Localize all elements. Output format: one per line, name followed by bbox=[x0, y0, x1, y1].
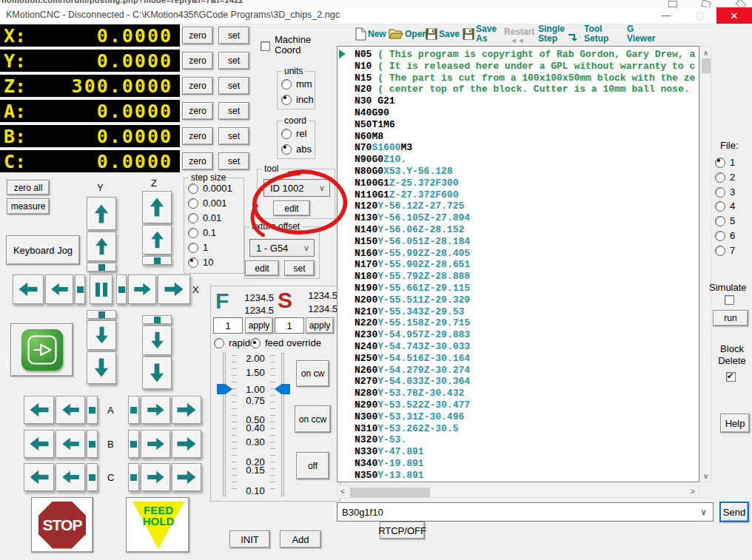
jog-z-plus-button[interactable] bbox=[142, 225, 172, 254]
jog-a-plus-fast-button[interactable] bbox=[172, 396, 201, 424]
step-size-radio-1[interactable]: 1 bbox=[188, 242, 208, 253]
help-button[interactable]: Help bbox=[720, 414, 750, 433]
toolbar-single-step-button[interactable]: Single Step bbox=[538, 24, 565, 44]
units-radio-mm-circle[interactable] bbox=[281, 79, 292, 90]
jog-b-minus-button[interactable] bbox=[56, 430, 85, 458]
jog-x-minus-fast-button[interactable] bbox=[13, 274, 44, 304]
toolbar-new-button[interactable]: New bbox=[368, 30, 386, 39]
set-b-button[interactable]: set bbox=[218, 127, 249, 145]
gcode-vscrollbar-thumb[interactable] bbox=[702, 58, 711, 73]
file-radio-5[interactable]: 5 bbox=[715, 215, 735, 226]
spindle-off-button[interactable]: off bbox=[296, 452, 329, 479]
step-size-radio-0.1-circle[interactable] bbox=[188, 228, 198, 238]
zero-a-button[interactable]: zero bbox=[182, 102, 213, 120]
jog-a-plus-button[interactable] bbox=[141, 396, 170, 424]
file-radio-7-circle[interactable] bbox=[715, 246, 725, 256]
step-size-radio-0.0001[interactable]: 0.0001 bbox=[188, 183, 232, 194]
spindle-input[interactable]: 1 bbox=[275, 317, 304, 334]
step-size-radio-0.001-circle[interactable] bbox=[188, 198, 198, 209]
jog-y-plus-fast-button[interactable] bbox=[87, 197, 116, 230]
jog-c-minus-button[interactable] bbox=[56, 463, 85, 491]
toolbar-g-viewer-button[interactable]: G Viewer bbox=[627, 24, 655, 44]
units-radio-inch-circle[interactable] bbox=[281, 95, 292, 105]
cycle-start-button[interactable] bbox=[10, 323, 73, 377]
zero-z-button[interactable]: zero bbox=[182, 77, 213, 95]
jog-x-minus-button[interactable] bbox=[45, 274, 73, 304]
units-radio-mm[interactable]: mm bbox=[281, 78, 312, 90]
zero-y-button[interactable]: zero bbox=[182, 52, 213, 70]
jog-x-plus-step-button[interactable] bbox=[116, 274, 127, 304]
file-radio-4[interactable]: 4 bbox=[715, 200, 735, 212]
step-size-radio-0.1[interactable]: 0.1 bbox=[188, 227, 216, 238]
machine-coord-checkbox[interactable] bbox=[261, 41, 270, 51]
gcode-editor[interactable]: N05 ( This program is copyright of Rab G… bbox=[337, 46, 699, 482]
jog-z-plus-step-button[interactable] bbox=[142, 256, 172, 265]
file-radio-6[interactable]: 6 bbox=[715, 230, 735, 241]
spindle-on-ccw-button[interactable]: on ccw bbox=[295, 405, 331, 433]
stop-button[interactable]: STOP bbox=[31, 497, 93, 553]
maximize-button[interactable]: ▢ bbox=[684, 7, 716, 24]
minimize-button[interactable]: — bbox=[650, 7, 682, 24]
spindle-on-cw-button[interactable]: on cw bbox=[296, 360, 329, 387]
add-button[interactable]: Add bbox=[280, 530, 321, 548]
gcode-vscrollbar[interactable]: ∧ ∨ bbox=[699, 46, 711, 482]
toolbar-save-button[interactable]: Save bbox=[439, 30, 460, 39]
coord-radio-abs[interactable]: abs bbox=[281, 144, 312, 155]
step-size-radio-0.01[interactable]: 0.01 bbox=[188, 212, 221, 223]
rtcp-off-button[interactable]: RTCP/OFF bbox=[380, 522, 425, 539]
jog-y-plus-button[interactable] bbox=[87, 232, 116, 261]
file-radio-3[interactable]: 3 bbox=[715, 186, 735, 198]
jog-y-minus-button[interactable] bbox=[87, 320, 116, 350]
send-button[interactable]: Send bbox=[719, 502, 749, 522]
jog-a-minus-fast-button[interactable] bbox=[24, 396, 54, 424]
jog-z-minus-fast-button[interactable] bbox=[142, 357, 172, 389]
set-a-button[interactable]: set bbox=[218, 102, 249, 120]
jog-c-minus-step-button[interactable] bbox=[87, 463, 98, 491]
jog-b-minus-step-button[interactable] bbox=[87, 430, 98, 458]
file-radio-2[interactable]: 2 bbox=[715, 172, 735, 183]
jog-b-minus-fast-button[interactable] bbox=[24, 430, 54, 458]
jog-b-plus-button[interactable] bbox=[141, 430, 170, 458]
feed-override-slider[interactable] bbox=[223, 353, 226, 496]
jog-x-plus-fast-button[interactable] bbox=[158, 274, 190, 304]
block-delete-checkbox[interactable] bbox=[726, 372, 736, 382]
set-y-button[interactable]: set bbox=[218, 52, 249, 70]
spindle-apply-button[interactable]: apply bbox=[306, 317, 334, 334]
scroll-left-icon[interactable]: < bbox=[340, 488, 345, 496]
zero-x-button[interactable]: zero bbox=[182, 27, 213, 44]
rapid-radio[interactable]: rapid bbox=[214, 337, 250, 348]
set-x-button[interactable]: set bbox=[218, 27, 249, 44]
jog-c-plus-button[interactable] bbox=[141, 463, 170, 491]
file-radio-5-circle[interactable] bbox=[715, 216, 725, 226]
jog-y-plus-step-button[interactable] bbox=[87, 263, 116, 271]
file-radio-2-circle[interactable] bbox=[715, 172, 725, 183]
fixture-edit-button[interactable]: edit bbox=[245, 260, 279, 276]
jog-c-plus-step-button[interactable] bbox=[128, 463, 139, 491]
jog-x-plus-button[interactable] bbox=[128, 274, 156, 304]
step-size-radio-0.01-circle[interactable] bbox=[188, 213, 198, 223]
file-radio-4-circle[interactable] bbox=[715, 201, 725, 212]
jog-z-plus-fast-button[interactable] bbox=[142, 191, 172, 223]
fixture-set-button[interactable]: set bbox=[284, 260, 315, 276]
simulate-checkbox[interactable] bbox=[725, 295, 734, 305]
feed-override-radio-circle[interactable] bbox=[250, 338, 261, 348]
mdi-combo[interactable]: B30g1f10 ∨ bbox=[337, 502, 714, 522]
scroll-down-icon[interactable]: ∨ bbox=[703, 473, 708, 480]
coord-radio-rel[interactable]: rel bbox=[281, 128, 306, 139]
chevron-down-icon[interactable]: ∨ bbox=[700, 507, 707, 517]
step-size-radio-10[interactable]: 10 bbox=[188, 257, 213, 268]
file-radio-3-circle[interactable] bbox=[715, 187, 725, 198]
jog-z-minus-button[interactable] bbox=[142, 325, 172, 355]
file-radio-1[interactable]: 1 bbox=[715, 157, 735, 168]
gcode-hscrollbar[interactable]: < > bbox=[337, 485, 699, 498]
step-size-radio-10-circle[interactable] bbox=[188, 257, 198, 268]
run-button[interactable]: run bbox=[713, 310, 748, 326]
step-size-radio-1-circle[interactable] bbox=[188, 243, 198, 253]
toolbar-open-button[interactable]: Open bbox=[405, 30, 428, 39]
jog-pause-button[interactable] bbox=[90, 274, 113, 304]
file-radio-1-circle[interactable] bbox=[715, 158, 725, 168]
close-button[interactable]: ✕ bbox=[716, 7, 752, 24]
jog-b-plus-step-button[interactable] bbox=[128, 430, 139, 458]
jog-y-minus-fast-button[interactable] bbox=[87, 351, 116, 384]
measure-button[interactable]: measure bbox=[7, 198, 50, 215]
